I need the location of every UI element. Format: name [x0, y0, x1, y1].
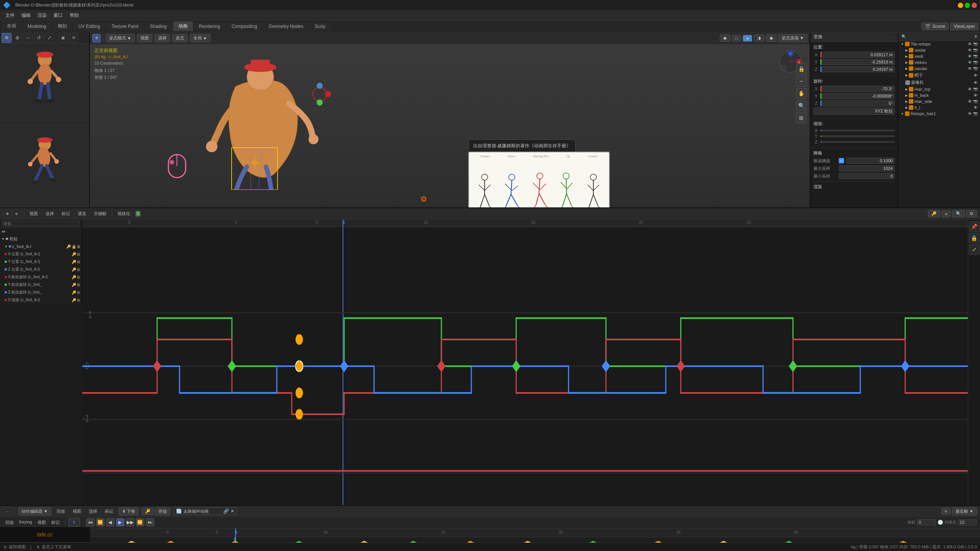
- ch-group-initial[interactable]: ▼ 初始: [0, 235, 82, 243]
- pos-x-value[interactable]: 0.028117 m: [820, 52, 895, 58]
- vrt-zoom[interactable]: 🔍: [796, 100, 807, 111]
- cam-icon-7[interactable]: 📷: [973, 87, 978, 91]
- tool-select[interactable]: ✥: [2, 33, 11, 43]
- ch-x-pos[interactable]: X 位置 (c_foot_ik.l) 🔑 ⊞: [0, 250, 82, 258]
- tl-action-name-input[interactable]: [183, 509, 222, 514]
- tl-menu-mark[interactable]: 选择: [87, 508, 100, 515]
- scale-y-value[interactable]: [820, 135, 895, 137]
- cam-icon-9[interactable]: 📷: [973, 99, 978, 104]
- eye-icon-6[interactable]: 👁: [973, 73, 978, 78]
- ds-options[interactable]: ⚙: [966, 210, 977, 217]
- tab-shading[interactable]: Shading: [144, 22, 172, 31]
- maximize-button[interactable]: [965, 3, 970, 8]
- eye-icon-cam[interactable]: 👁: [973, 80, 978, 85]
- camera-icon-1[interactable]: 📷: [973, 42, 978, 46]
- tl-stash-label[interactable]: 存放: [155, 507, 170, 515]
- ch-xpos-icon2[interactable]: ⊞: [77, 252, 80, 256]
- ch-double-arrow[interactable]: ⇔: [2, 229, 5, 234]
- ch-z-pos[interactable]: Z 位置 (c_foot_ik.l) 🔑 ⊞: [0, 266, 82, 273]
- cam-icon-3[interactable]: 📷: [973, 54, 978, 59]
- ds-search-icon[interactable]: 🔍: [952, 210, 965, 217]
- tl-key-icon[interactable]: 🔑: [142, 508, 154, 515]
- tool-rotate[interactable]: ↺: [34, 33, 44, 43]
- tool-extra1[interactable]: ▣: [58, 33, 68, 43]
- ch-xeul-icon2[interactable]: ⊞: [77, 275, 80, 279]
- ds-menu-keyframe[interactable]: 关键帧: [91, 210, 109, 217]
- min-samples-value[interactable]: 0: [839, 173, 895, 179]
- tl-tool-move[interactable]: ↔: [3, 507, 11, 515]
- ri-pin[interactable]: 📌: [969, 221, 980, 232]
- eye-icon-1[interactable]: 👁: [968, 42, 972, 46]
- ch-icon1[interactable]: 🔑: [66, 245, 71, 249]
- search-icon-scene[interactable]: 🔍: [902, 34, 906, 39]
- pb-play[interactable]: ▶: [116, 518, 124, 527]
- ri-lock[interactable]: 🔒: [969, 233, 980, 243]
- viewport-area[interactable]: ✥ 姿态模式 ▼ 视图 选择 姿态 全局 ▼ ◉: [90, 32, 810, 207]
- viewport-menu-select[interactable]: 选择: [155, 34, 170, 42]
- scene-item-xiekou[interactable]: ▶ xiekou 👁 📷: [898, 59, 980, 65]
- menu-help[interactable]: 帮助: [67, 11, 82, 20]
- global-dropdown[interactable]: 全局 ▼: [190, 34, 211, 42]
- viewport-shading-render[interactable]: ◉: [766, 34, 777, 42]
- ds-normalize-icon[interactable]: ⇅: [136, 211, 140, 217]
- threshold-check[interactable]: ✓: [839, 158, 844, 163]
- pb-menu4[interactable]: 标记: [49, 519, 62, 526]
- scene-item-hairtop[interactable]: ▶ Hair_top 👁 📷: [898, 86, 980, 92]
- ds-menu-mark[interactable]: 标记: [59, 210, 72, 217]
- ch-xeul-icon1[interactable]: 🔑: [72, 275, 76, 279]
- ch-zpos-icon2[interactable]: ⊞: [77, 267, 80, 272]
- eye-icon-4[interactable]: 👁: [968, 60, 972, 65]
- eye-icon-9[interactable]: 👁: [968, 99, 972, 104]
- scale-z-value[interactable]: [820, 141, 895, 143]
- ds-menu-channel[interactable]: 通道: [75, 210, 88, 217]
- tool-cursor[interactable]: ⊕: [12, 33, 22, 43]
- tab-compositing[interactable]: Compositing: [226, 22, 263, 31]
- eye-icon-5[interactable]: 👁: [968, 66, 972, 71]
- ch-ypos-icon2[interactable]: ⊞: [77, 260, 80, 264]
- tl-menu-channel[interactable]: 标记: [103, 508, 116, 515]
- cam-icon-11[interactable]: 📷: [973, 111, 978, 116]
- ch-z-euler[interactable]: Z 欧拉旋转 (c_foot_ 🔑 ⊞: [0, 289, 82, 296]
- viewport-overlay-toggle[interactable]: ◉: [720, 34, 730, 42]
- walking-overlay[interactable]: Contact Down Passing Pos Up Contact: [468, 152, 610, 207]
- tab-animation[interactable]: 动画: [173, 21, 193, 31]
- ch-icon3[interactable]: ⊞: [77, 245, 80, 249]
- cam-icon-5[interactable]: 📷: [973, 66, 978, 71]
- ds-tool-cursor[interactable]: ⊕: [12, 210, 21, 218]
- scene-item-xiedai[interactable]: ▶ xiedai 👁 📷: [898, 47, 980, 53]
- scene-selector[interactable]: 🎬 Scene: [921, 23, 949, 30]
- frame-start-input[interactable]: [917, 519, 936, 525]
- scale-x-value[interactable]: [820, 130, 895, 131]
- ch-yeul-icon2[interactable]: ⊞: [77, 283, 80, 287]
- minimize-button[interactable]: [958, 3, 963, 8]
- viewport-shading-solid[interactable]: ●: [743, 35, 752, 42]
- pb-menu3[interactable]: 视图: [35, 519, 48, 526]
- scene-item-camera[interactable]: 摄像机 👁: [898, 79, 980, 86]
- tab-modeling[interactable]: Modeling: [22, 22, 52, 31]
- tab-rendering[interactable]: Rendering: [194, 22, 225, 31]
- ri-expand[interactable]: ⤢: [969, 244, 980, 255]
- rot-x-value[interactable]: -70.3°: [820, 86, 895, 92]
- ch-y-euler[interactable]: Y 欧拉旋转 (c_foot_ 🔑 ⊞: [0, 281, 82, 289]
- vrt-lock[interactable]: 🔒: [796, 64, 807, 74]
- rot-mode-value[interactable]: XYZ 欧拉: [813, 108, 895, 115]
- vrt-move[interactable]: ↔: [796, 76, 807, 86]
- ds-menu-normalize[interactable]: 规格化: [115, 210, 132, 217]
- pb-prev-frame[interactable]: ◀: [106, 518, 114, 527]
- pb-next-frame[interactable]: ▶▶: [126, 518, 134, 527]
- ch-xpos-icon1[interactable]: 🔑: [72, 252, 76, 256]
- ds-menu-select[interactable]: 选择: [43, 210, 56, 217]
- pos-z-value[interactable]: 0.24197 m: [820, 66, 895, 72]
- vp-tool-select[interactable]: ✥: [92, 34, 101, 42]
- eye-icon-3[interactable]: 👁: [968, 54, 972, 59]
- scene-item-hat[interactable]: ▶ 帽子 👁: [898, 72, 980, 79]
- ch-zeul-icon1[interactable]: 🔑: [72, 290, 76, 295]
- ch-group-cfoot[interactable]: ▼ c_foot_ik.l 🔑 🔒 ⊞: [0, 243, 82, 250]
- menu-edit[interactable]: 编辑: [18, 11, 34, 20]
- scene-item-retopohair1[interactable]: ▼ Retopo_hair1 👁 📷: [898, 111, 980, 117]
- pos-y-value[interactable]: -0.25819 m: [820, 59, 895, 65]
- ds-tool-select[interactable]: ✥: [3, 210, 11, 218]
- ch-zpos-icon1[interactable]: 🔑: [72, 267, 76, 272]
- tl-action-close[interactable]: ✕: [230, 509, 234, 514]
- viewlayer-selector[interactable]: ViewLayer: [950, 23, 978, 30]
